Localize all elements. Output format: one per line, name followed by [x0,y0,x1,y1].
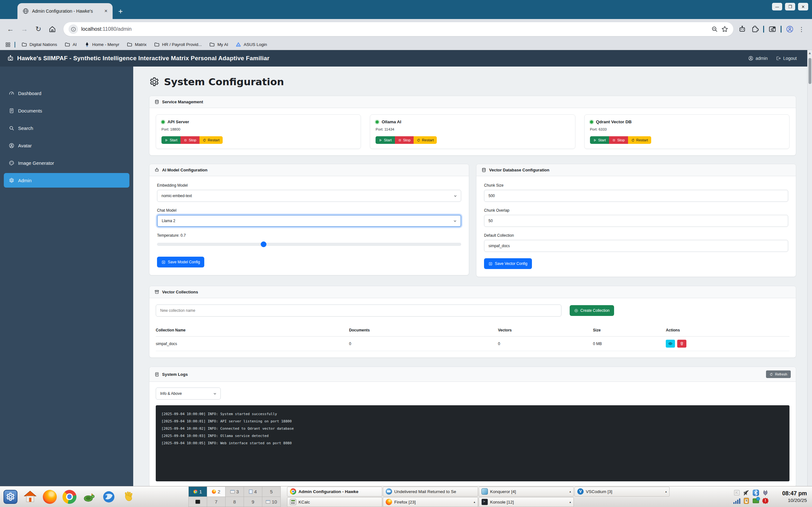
bookmark-folder-matrix[interactable]: Matrix [124,41,149,48]
window-minimize-button[interactable]: — [772,3,782,10]
reload-button[interactable]: ↻ [32,23,44,35]
pager-desktop-5[interactable]: 5 [262,487,281,497]
url-bar[interactable]: localhost:11080/admin [63,22,733,36]
back-button[interactable]: ← [4,23,16,35]
pager-desktop-1[interactable]: 1 [189,487,207,497]
chunk-overlap-field[interactable] [484,215,788,227]
launcher-chrome[interactable] [62,490,77,504]
launcher-home-folder[interactable] [23,490,38,504]
volume-muted-icon[interactable] [743,490,750,496]
apps-grid-icon[interactable] [5,42,11,48]
refresh-logs-button[interactable]: Refresh [766,371,791,378]
zoom-out-icon[interactable] [711,26,718,33]
bookmark-folder-digital-nations[interactable]: Digital Nations [19,41,60,48]
bookmark-home-menyr[interactable]: Home - Menyr [82,41,122,48]
url-text[interactable]: localhost:11080/admin [81,26,708,32]
delete-collection-button[interactable] [677,340,687,348]
default-collection-field[interactable] [484,240,788,252]
home-button[interactable] [46,23,58,35]
temperature-slider[interactable] [157,243,461,246]
pager-desktop-2[interactable]: 2 [207,487,225,497]
bluetooth-icon[interactable] [753,490,759,496]
bookmark-folder-hr-payroll[interactable]: HR / Payroll Provid... [152,41,204,48]
forward-button[interactable]: → [18,23,31,35]
chat-model-select[interactable]: Llama 2 [157,215,461,227]
launcher-firefox[interactable] [43,490,57,504]
extensions-puzzle-icon[interactable] [751,25,759,33]
logout-button[interactable]: Logout [776,56,797,61]
create-collection-button[interactable]: Create Collection [570,305,614,316]
launcher-wave-hand[interactable] [121,490,136,504]
chat-model-label: Chat Model [157,208,461,213]
sidebar-item-image-generator[interactable]: Image Generator [4,156,130,170]
browser-menu-button[interactable]: ⋮ [796,23,808,35]
log-level-select[interactable]: Info & Above [156,388,221,400]
task-firefox-group[interactable]: Firefox [23] ▴ [383,497,478,507]
restart-button[interactable]: Restart [200,136,223,144]
taskbar-clock[interactable]: 08:47 pm 10/20/25 [775,490,807,504]
scrollbar-thumb[interactable] [809,58,811,84]
start-button[interactable]: Start [161,136,181,144]
launcher-thunderbird[interactable] [101,490,116,504]
restart-button[interactable]: Restart [628,136,651,144]
chunk-size-field[interactable] [484,190,788,202]
save-model-config-button[interactable]: Save Model Config [157,257,204,268]
bookmark-asus-login[interactable]: ASUS Login [233,41,270,48]
service-name-text: Ollama AI [382,119,401,124]
bookmark-folder-my-ai[interactable]: My AI [207,41,231,48]
task-undelivered-mail[interactable]: Undelivered Mail Returned to Se [383,487,478,497]
bookmark-folder-ai[interactable]: AI [62,41,79,48]
sidebar-item-admin[interactable]: Admin [4,173,130,187]
restart-button[interactable]: Restart [414,136,437,144]
new-tab-button[interactable]: + [118,8,123,15]
page-scrollbar[interactable]: ▲ [807,50,812,486]
task-admin-configuration[interactable]: Admin Configuration - Hawke [287,487,382,497]
launcher-kde-menu[interactable] [3,490,18,504]
window-close-button[interactable]: ✕ [798,3,808,10]
tab-close-icon[interactable]: × [103,8,109,14]
task-kcalc[interactable]: KCalc [287,497,382,507]
sidebar-item-dashboard[interactable]: Dashboard [4,86,130,101]
task-vscodium-group[interactable]: V VSCodium [3] ▴ [574,487,670,497]
power-plug-icon[interactable] [762,490,768,496]
klipper-clipboard-icon[interactable] [744,498,749,504]
network-card-icon[interactable] [753,498,759,503]
window-maximize-button[interactable]: ❐ [785,3,795,10]
pager-desktop-10[interactable]: 10 [262,497,281,507]
browser-tab[interactable]: Admin Configuration - Hawke's × [17,3,113,19]
pager-desktop-3[interactable]: 3 [225,487,244,497]
network-signal-icon[interactable] [733,498,740,504]
sidebar-item-avatar[interactable]: Avatar [4,138,130,153]
log-console[interactable]: [2025-09-04 10:00:00] INFO: System start… [156,405,790,481]
new-collection-input[interactable] [156,304,561,317]
sidebar-item-search[interactable]: Search [4,121,130,135]
slider-thumb[interactable] [261,241,266,247]
embedding-model-select[interactable]: nomic-embed-text [157,190,461,202]
save-vector-config-button[interactable]: Save Vector Config [484,258,532,269]
launcher-turtle-app[interactable] [82,490,96,504]
pager-desktop-8[interactable]: 8 [225,497,244,507]
bookmark-star-icon[interactable] [721,26,728,33]
user-menu[interactable]: admin [748,56,768,61]
start-button[interactable]: Start [590,136,609,144]
scrollbar-up-arrow[interactable]: ▲ [808,51,812,55]
robot-extension-icon[interactable] [739,25,746,33]
side-panel-search-icon[interactable] [768,25,776,33]
pager-desktop-7[interactable]: 7 [207,497,225,507]
stop-button[interactable]: Stop [181,136,200,144]
pager-desktop-9[interactable]: 9 [244,497,262,507]
alert-notification-icon[interactable] [762,498,768,504]
stop-button[interactable]: Stop [609,136,628,144]
task-konqueror-group[interactable]: Konqueror [4] ▴ [478,487,574,497]
site-info-button[interactable] [68,24,78,34]
pager-desktop-4[interactable]: 4 [244,487,262,497]
view-collection-button[interactable] [666,340,675,348]
stop-button[interactable]: Stop [395,136,414,144]
profile-avatar-icon[interactable] [786,25,794,33]
task-konsole-group[interactable]: Konsole [12] ▴ [478,497,574,507]
pager-desktop-6[interactable] [189,497,207,507]
sidebar-item-documents[interactable]: Documents [4,103,130,118]
tray-inactive-app-icon[interactable]: K [734,490,740,496]
thunderbird-icon [102,490,115,504]
start-button[interactable]: Start [375,136,395,144]
